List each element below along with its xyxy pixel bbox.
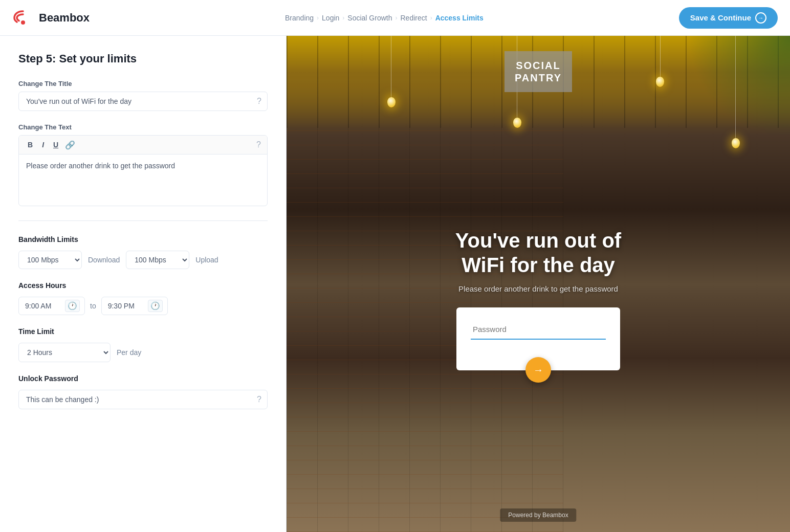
bulb-3 (656, 36, 664, 87)
bulb-1 (387, 36, 396, 107)
powered-by: Powered by Beambox (500, 508, 576, 522)
access-hours-section: Access Hours 🕐 to 🕐 (18, 281, 268, 315)
to-label: to (90, 302, 96, 310)
nav-chevron-1: › (317, 14, 319, 21)
change-title-input[interactable] (18, 92, 268, 111)
upload-label: Upload (195, 256, 218, 264)
time-limit-select[interactable]: 2 Hours 1 Hour 30 Minutes Unlimited (18, 343, 111, 362)
logo-text: Beambox (39, 11, 90, 25)
svg-point-0 (21, 20, 25, 25)
time-from-wrap: 🕐 (18, 297, 85, 315)
change-text-section: Change The Text B I U 🔗 ? Please order a… (18, 123, 268, 206)
time-limit-row: 2 Hours 1 Hour 30 Minutes Unlimited Per … (18, 343, 268, 362)
nav-step-social-growth[interactable]: Social Growth (347, 14, 392, 22)
change-title-input-wrap: ? (18, 92, 268, 111)
unlock-password-input[interactable] (18, 390, 268, 409)
bandwidth-title: Bandwidth Limits (18, 235, 268, 243)
nav-step-access-limits[interactable]: Access Limits (435, 14, 484, 22)
bulb-4 (732, 36, 740, 148)
nav-step-redirect[interactable]: Redirect (401, 14, 427, 22)
time-limit-title: Time Limit (18, 327, 268, 336)
nav-steps: Branding › Login › Social Growth › Redir… (285, 14, 484, 22)
logo-area: Beambox (12, 7, 90, 29)
bandwidth-section: Bandwidth Limits 100 Mbps 50 Mbps 25 Mbp… (18, 235, 268, 269)
title-help-icon[interactable]: ? (257, 97, 261, 106)
unlock-password-title: Unlock Password (18, 374, 268, 383)
divider-1 (18, 220, 268, 221)
save-continue-label: Save & Continue (690, 13, 751, 22)
unlock-password-input-wrap: ? (18, 390, 268, 409)
upload-select[interactable]: 100 Mbps 50 Mbps 25 Mbps 10 Mbps Unlimit… (126, 251, 189, 269)
preview-content: You've run out of WiFi for the day Pleas… (436, 228, 641, 370)
left-panel: Step 5: Set your limits Change The Title… (0, 36, 287, 532)
beambox-logo-icon (12, 7, 34, 29)
time-to-wrap: 🕐 (101, 297, 168, 315)
hours-row: 🕐 to 🕐 (18, 297, 268, 315)
save-arrow-icon: → (755, 12, 766, 24)
underline-button[interactable]: U (51, 140, 61, 150)
preview-background: SOCIAL PANTRY You've run out of WiFi for… (287, 36, 790, 532)
main-layout: Step 5: Set your limits Change The Title… (0, 36, 790, 532)
change-text-label: Change The Text (18, 123, 268, 131)
nav-chevron-3: › (396, 14, 398, 21)
venue-logo-box: SOCIAL PANTRY (504, 51, 572, 92)
password-help-icon[interactable]: ? (257, 395, 261, 404)
editor-toolbar: B I U 🔗 ? (19, 136, 267, 154)
right-panel: SOCIAL PANTRY You've run out of WiFi for… (287, 36, 790, 532)
editor-help-icon[interactable]: ? (256, 140, 261, 149)
italic-button[interactable]: I (39, 140, 47, 150)
bandwidth-row: 100 Mbps 50 Mbps 25 Mbps 10 Mbps Unlimit… (18, 251, 268, 269)
venue-logo-line1: SOCIAL (515, 59, 562, 72)
time-to-clock-icon[interactable]: 🕐 (148, 300, 163, 312)
access-hours-title: Access Hours (18, 281, 268, 290)
download-label: Download (88, 256, 120, 264)
nav-chevron-2: › (342, 14, 344, 21)
time-limit-section: Time Limit 2 Hours 1 Hour 30 Minutes Unl… (18, 327, 268, 362)
per-day-label: Per day (117, 348, 141, 357)
change-title-section: Change The Title ? (18, 80, 268, 111)
unlock-password-section: Unlock Password ? (18, 374, 268, 409)
change-title-label: Change The Title (18, 80, 268, 87)
venue-logo-line2: PANTRY (515, 72, 562, 84)
rich-text-editor: B I U 🔗 ? Please order another drink to … (18, 135, 268, 206)
password-input-preview[interactable] (471, 320, 606, 340)
nav-chevron-4: › (430, 14, 432, 21)
download-select[interactable]: 100 Mbps 50 Mbps 25 Mbps 10 Mbps Unlimit… (18, 251, 82, 269)
link-icon[interactable]: 🔗 (65, 140, 75, 150)
submit-arrow-button[interactable]: → (525, 357, 551, 383)
bold-button[interactable]: B (25, 140, 35, 150)
nav-step-login[interactable]: Login (322, 14, 339, 22)
save-continue-button[interactable]: Save & Continue → (679, 7, 778, 29)
nav-step-branding[interactable]: Branding (285, 14, 314, 22)
step-title: Step 5: Set your limits (18, 52, 268, 65)
preview-main-title: You've run out of WiFi for the day (436, 228, 641, 277)
preview-subtitle: Please order another drink to get the pa… (436, 284, 641, 293)
header: Beambox Branding › Login › Social Growth… (0, 0, 790, 36)
editor-content[interactable]: Please order another drink to get the pa… (19, 154, 267, 206)
time-from-clock-icon[interactable]: 🕐 (65, 300, 80, 312)
password-card: → (456, 307, 620, 370)
